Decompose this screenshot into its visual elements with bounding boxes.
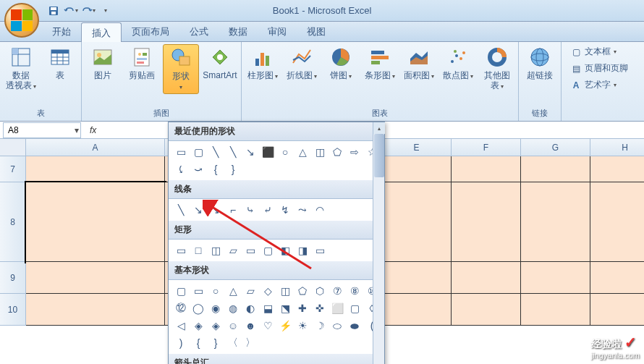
tab-view[interactable]: 视图 xyxy=(297,22,336,41)
cell-a8[interactable] xyxy=(26,182,165,262)
shape-item[interactable]: { xyxy=(208,161,224,177)
shape-item[interactable]: ╲ xyxy=(225,144,241,160)
shape-item[interactable]: ◫ xyxy=(277,283,293,299)
col-header-f[interactable]: F xyxy=(452,139,521,156)
shape-item[interactable]: ☀ xyxy=(295,318,310,334)
shape-item[interactable]: ◫ xyxy=(312,144,328,160)
shape-item[interactable]: ⤻ xyxy=(190,161,206,177)
cell-f8[interactable] xyxy=(452,182,521,262)
shape-item[interactable]: ▢ xyxy=(190,144,206,160)
shape-item[interactable]: ⤳ xyxy=(295,202,310,218)
cell-e9[interactable] xyxy=(382,262,452,294)
row-header-8[interactable]: 8 xyxy=(0,182,26,262)
hyperlink-button[interactable]: 超链接 xyxy=(522,44,558,82)
shape-item[interactable]: ◈ xyxy=(208,318,224,334)
shape-item[interactable]: ◠ xyxy=(312,202,328,218)
cell-e7[interactable] xyxy=(382,156,452,182)
cell-a10[interactable] xyxy=(26,294,165,326)
shape-item[interactable]: ⤶ xyxy=(260,202,276,218)
tab-page-layout[interactable]: 页面布局 xyxy=(122,22,179,41)
cell-h9[interactable] xyxy=(590,262,644,294)
shape-item[interactable]: ) xyxy=(173,335,189,351)
name-box-dropdown-icon[interactable]: ▾ xyxy=(75,125,79,135)
shapes-scrollbar[interactable]: ▴ ▾ xyxy=(373,122,384,364)
shape-item[interactable]: ⑧ xyxy=(347,283,363,299)
smartart-button[interactable]: SmartArt xyxy=(202,44,238,82)
picture-button[interactable]: 图片 xyxy=(85,44,121,82)
tab-review[interactable]: 审阅 xyxy=(258,22,297,41)
tab-formulas[interactable]: 公式 xyxy=(179,22,219,41)
shape-item[interactable]: ⬠ xyxy=(295,283,310,299)
cell-f9[interactable] xyxy=(452,262,521,294)
shape-item[interactable]: ◨ xyxy=(295,242,310,258)
name-box[interactable]: A8 ▾ xyxy=(3,122,81,138)
tab-home[interactable]: 开始 xyxy=(42,22,81,41)
office-button[interactable] xyxy=(4,3,39,38)
line-chart-button[interactable]: 折线图 ▾ xyxy=(284,44,320,82)
tab-insert[interactable]: 插入 xyxy=(81,22,122,42)
row-header-10[interactable]: 10 xyxy=(0,294,26,326)
shape-item[interactable]: ✜ xyxy=(312,300,328,316)
shape-item[interactable]: ▢ xyxy=(173,283,189,299)
shape-item[interactable]: ⬛ xyxy=(260,144,276,160)
shape-item[interactable]: ▢ xyxy=(260,242,276,258)
bar-chart-button[interactable]: 条形图 ▾ xyxy=(362,44,398,82)
shape-item[interactable]: ○ xyxy=(208,283,224,299)
shape-item[interactable]: ◍ xyxy=(225,300,241,316)
scatter-chart-button[interactable]: 散点图 ▾ xyxy=(440,44,476,82)
cell-h8[interactable] xyxy=(590,182,644,262)
cell-f10[interactable] xyxy=(452,294,521,326)
shape-item[interactable]: ▭ xyxy=(190,283,206,299)
shape-item[interactable]: ▢ xyxy=(347,300,363,316)
undo-button[interactable]: ▾ xyxy=(63,3,79,19)
pivot-table-button[interactable]: 数据透视表 ▾ xyxy=(3,44,39,93)
redo-button[interactable]: ▾ xyxy=(80,3,96,19)
shape-item[interactable]: ▱ xyxy=(225,242,241,258)
shape-item[interactable]: ⌐ xyxy=(225,202,241,218)
shape-item[interactable]: ⬠ xyxy=(329,144,345,160)
cell-e10[interactable] xyxy=(382,294,452,326)
cell-g9[interactable] xyxy=(521,262,590,294)
shape-item[interactable]: 〈 xyxy=(225,335,241,351)
shape-item[interactable]: ⬬ xyxy=(347,318,363,334)
shape-item[interactable]: △ xyxy=(225,283,241,299)
cell-g10[interactable] xyxy=(521,294,590,326)
shape-item[interactable]: ◫ xyxy=(208,242,224,258)
shape-item[interactable]: 〉 xyxy=(242,335,258,351)
col-header-g[interactable]: G xyxy=(521,139,590,156)
shape-item[interactable]: □ xyxy=(190,242,206,258)
textbox-button[interactable]: ▢文本框 ▾ xyxy=(567,44,641,59)
shape-item[interactable]: ⇨ xyxy=(347,144,363,160)
shape-item[interactable]: ⬜ xyxy=(329,300,345,316)
shape-item[interactable]: ↘ xyxy=(190,202,206,218)
shapes-button[interactable]: 形状▾ xyxy=(163,44,199,94)
header-footer-button[interactable]: ▤页眉和页脚 xyxy=(567,61,641,76)
shape-item[interactable]: ○ xyxy=(277,144,293,160)
shape-item[interactable]: ⚡ xyxy=(277,318,293,334)
save-button[interactable] xyxy=(46,3,62,19)
cell-a9[interactable] xyxy=(26,262,165,294)
cell-h7[interactable] xyxy=(590,156,644,182)
shape-item[interactable]: ◯ xyxy=(190,300,206,316)
shape-item[interactable]: ✚ xyxy=(295,300,310,316)
cell-e8[interactable] xyxy=(382,182,452,262)
shape-item[interactable]: } xyxy=(225,161,241,177)
cell-h10[interactable] xyxy=(590,294,644,326)
shape-item[interactable]: ⑦ xyxy=(329,283,345,299)
shape-item[interactable]: ▭ xyxy=(312,242,328,258)
shape-item[interactable]: ↘ xyxy=(242,144,258,160)
shape-item[interactable]: ♡ xyxy=(260,318,276,334)
shape-item[interactable]: } xyxy=(208,335,224,351)
shape-item[interactable]: ☺ xyxy=(225,318,241,334)
cell-f7[interactable] xyxy=(452,156,521,182)
wordart-button[interactable]: A艺术字 ▾ xyxy=(567,77,641,93)
shape-item[interactable]: ⤷ xyxy=(242,202,258,218)
area-chart-button[interactable]: 面积图 ▾ xyxy=(401,44,437,82)
shape-item[interactable]: △ xyxy=(295,144,310,160)
shape-item[interactable]: ◁ xyxy=(173,318,189,334)
shape-item[interactable]: ↘ xyxy=(208,202,224,218)
shape-item[interactable]: ◐ xyxy=(242,300,258,316)
shape-item[interactable]: ☻ xyxy=(242,318,258,334)
shape-item[interactable]: ▱ xyxy=(242,283,258,299)
col-header-a[interactable]: A xyxy=(26,139,165,156)
